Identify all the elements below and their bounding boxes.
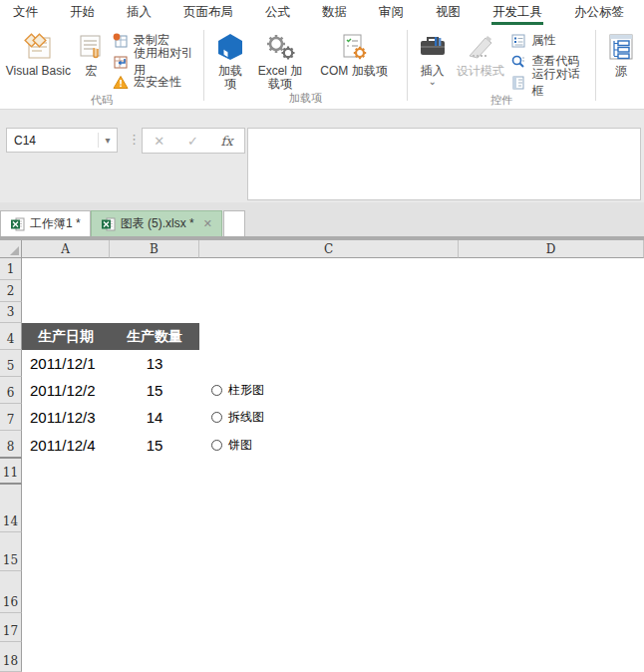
com-addins-button[interactable]: COM 加载项 <box>308 28 400 78</box>
macros-button[interactable]: 宏 <box>73 28 110 78</box>
design-mode-label: 设计模式 <box>455 65 506 78</box>
xml-source-button[interactable]: 源 <box>601 28 641 78</box>
option-button-column-chart[interactable]: 柱形图 <box>199 377 459 404</box>
addins-button[interactable]: 加载项 <box>208 28 252 91</box>
cell-d4[interactable] <box>459 323 644 350</box>
ribbon-tab-file[interactable]: 文件 <box>12 0 39 25</box>
cell-a4-table-header[interactable]: 生产日期 <box>22 323 110 350</box>
option-button-pie-chart[interactable]: 饼图 <box>199 431 459 459</box>
cell-b7-qty[interactable]: 14 <box>110 404 199 431</box>
cell-b5-qty[interactable]: 13 <box>110 350 199 377</box>
dropdown-icon[interactable]: ▾ <box>99 135 117 146</box>
row-header-17[interactable]: 17 <box>0 613 22 642</box>
xml-source-label: 源 <box>615 65 627 78</box>
excel-addins-label: Excel 加载项 <box>254 65 306 91</box>
row-header-3[interactable]: 3 <box>0 302 22 323</box>
row-cells[interactable] <box>22 485 644 532</box>
code-group-label: 代码 <box>0 93 203 111</box>
row-cells[interactable] <box>22 613 644 642</box>
cell-a8-date[interactable]: 2011/12/4 <box>22 431 110 459</box>
row-header-15[interactable]: 15 <box>0 532 22 571</box>
cell-d7[interactable] <box>459 404 644 431</box>
row-cells[interactable] <box>22 258 644 280</box>
relative-reference-icon <box>113 54 129 70</box>
cell-b8-qty[interactable]: 15 <box>110 431 199 459</box>
column-header-c[interactable]: C <box>199 240 459 258</box>
com-addins-label: COM 加载项 <box>320 65 387 78</box>
cell-c4[interactable] <box>199 323 459 350</box>
relative-references-button[interactable]: 使用相对引用 <box>110 51 201 72</box>
dots-icon[interactable]: ⋮ <box>128 132 140 147</box>
row-header-5[interactable]: 5 <box>0 350 22 377</box>
ribbon-tab-page-layout[interactable]: 页面布局 <box>182 0 234 25</box>
ribbon-tab-formulas[interactable]: 公式 <box>264 0 291 25</box>
insert-function-button[interactable]: fx <box>220 134 232 149</box>
macro-icon <box>77 30 105 64</box>
row-header-8[interactable]: 8 <box>0 431 22 459</box>
cell-c5[interactable] <box>199 350 459 377</box>
column-header-a[interactable]: A <box>22 240 110 258</box>
column-header-d[interactable]: D <box>459 240 644 258</box>
row-header-11[interactable]: 11 <box>0 459 22 485</box>
row-cells[interactable] <box>22 459 644 485</box>
radio-circle-icon[interactable] <box>211 412 222 423</box>
ribbon-group-xml: 源 <box>596 25 644 109</box>
grid-row-15: 15 <box>0 532 644 571</box>
properties-button[interactable]: 属性 <box>507 30 593 51</box>
row-header-7[interactable]: 7 <box>0 404 22 431</box>
addin-cube-icon <box>215 30 245 64</box>
row-header-16[interactable]: 16 <box>0 571 22 613</box>
cell-d5[interactable] <box>459 350 644 377</box>
select-all-corner[interactable] <box>0 240 22 258</box>
option-button-line-chart[interactable]: 拆线图 <box>199 404 459 431</box>
column-header-b[interactable]: B <box>110 240 199 258</box>
grid-row-18: 18 <box>0 642 644 672</box>
enter-button[interactable]: ✓ <box>187 134 198 149</box>
cell-a6-date[interactable]: 2011/12/2 <box>22 377 110 404</box>
cell-b6-qty[interactable]: 15 <box>110 377 199 404</box>
ribbon-group-addins: 加载项 <box>204 25 407 109</box>
visual-basic-button[interactable]: Visual Basic <box>4 28 73 78</box>
radio-circle-icon[interactable] <box>211 385 222 396</box>
row-cells[interactable] <box>22 532 644 571</box>
cancel-button[interactable]: ✕ <box>154 134 164 149</box>
doc-tab-workbook1[interactable]: 工作簿1 * <box>0 210 91 236</box>
ribbon-tab-strip: 文件 开始 插入 页面布局 公式 数据 审阅 视图 开发工具 办公标签 帮助 <box>0 0 644 25</box>
name-box-value: C14 <box>7 134 98 148</box>
macro-security-button[interactable]: 宏安全性 <box>110 72 201 93</box>
excel-addins-button[interactable]: Excel 加载项 <box>252 28 308 91</box>
cell-d8[interactable] <box>459 431 644 459</box>
row-header-14[interactable]: 14 <box>0 485 22 532</box>
ribbon-tab-view[interactable]: 视图 <box>435 0 462 25</box>
row-header-6[interactable]: 6 <box>0 377 22 404</box>
ribbon-tab-review[interactable]: 审阅 <box>378 0 405 25</box>
new-tab-stub[interactable] <box>223 210 245 236</box>
row-cells[interactable] <box>22 302 644 323</box>
formula-input[interactable] <box>247 128 641 200</box>
insert-control-button[interactable]: 插入 ⌄ <box>412 28 453 86</box>
close-icon[interactable]: ✕ <box>203 217 212 230</box>
row-header-2[interactable]: 2 <box>0 280 22 302</box>
ribbon-tab-data[interactable]: 数据 <box>321 0 348 25</box>
ribbon-tab-office-tab[interactable]: 办公标签 <box>573 0 625 25</box>
row-header-4[interactable]: 4 <box>0 323 22 350</box>
controls-group-label: 控件 <box>408 93 595 111</box>
row-cells[interactable] <box>22 571 644 613</box>
cell-d6[interactable] <box>459 377 644 404</box>
row-cells[interactable] <box>22 280 644 302</box>
name-box[interactable]: C14 ▾ <box>6 128 118 153</box>
grid-row-4: 4 生产日期 生产数量 <box>0 323 644 350</box>
row-header-1[interactable]: 1 <box>0 258 22 280</box>
cell-a5-date[interactable]: 2011/12/1 <box>22 350 110 377</box>
ribbon-tab-insert[interactable]: 插入 <box>126 0 153 25</box>
radio-circle-icon[interactable] <box>211 440 222 451</box>
addins-group-label: 加载项 <box>204 91 407 109</box>
ribbon-tab-developer[interactable]: 开发工具 <box>491 0 543 25</box>
row-header-18[interactable]: 18 <box>0 642 22 672</box>
cell-b4-table-header[interactable]: 生产数量 <box>110 323 199 350</box>
row-cells[interactable] <box>22 642 644 672</box>
ribbon-tab-home[interactable]: 开始 <box>69 0 96 25</box>
run-dialog-button[interactable]: 运行对话框 <box>507 72 593 93</box>
doc-tab-chart5[interactable]: 图表 (5).xlsx * ✕ <box>91 210 222 236</box>
cell-a7-date[interactable]: 2011/12/3 <box>22 404 110 431</box>
